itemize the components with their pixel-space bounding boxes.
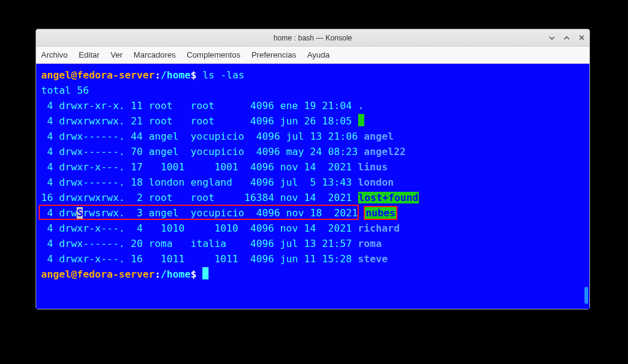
entry-name: london xyxy=(358,176,394,188)
listing-row: 4 drwx------. 20 roma italia 4096 jul 13… xyxy=(41,236,584,251)
menu-complementos[interactable]: Complementos xyxy=(186,50,240,59)
prompt-symbol: $ xyxy=(191,268,197,280)
listing-row: 4 drwxr-x---. 4 1010 1010 4096 nov 14 20… xyxy=(41,221,584,236)
listing-row: 4 drwx------. 18 london england 4096 jul… xyxy=(41,175,584,190)
prompt-line: angel@fedora-server:/home$ ls -las xyxy=(41,67,584,83)
minimize-button[interactable] xyxy=(548,34,556,42)
listing-row: 16 drwxrwxrwx. 2 root root 16384 nov 14 … xyxy=(41,190,584,205)
entry-name: richard xyxy=(358,222,400,234)
listing-row: 4 drwxr-x---. 17 1001 1001 4096 nov 14 2… xyxy=(41,159,584,175)
listing-row: 4 drwx------. 70 angel yocupicio 4096 ma… xyxy=(41,144,584,159)
menu-editar[interactable]: Editar xyxy=(78,50,99,59)
entry-name: steve xyxy=(358,253,388,265)
listing-row: 4 drwx------. 44 angel yocupicio 4096 ju… xyxy=(41,129,584,144)
total-line: total 56 xyxy=(41,83,584,98)
titlebar[interactable]: home : bash — Konsole xyxy=(36,29,589,47)
entry-name: roma xyxy=(358,238,382,249)
menu-preferencias[interactable]: Preferencias xyxy=(251,50,296,59)
entry-name: lost+found xyxy=(358,192,419,203)
scrollbar-thumb[interactable] xyxy=(584,287,588,304)
entry-name: angel22 xyxy=(364,146,405,157)
prompt-user: angel@fedora-server xyxy=(41,268,155,280)
menu-archivo[interactable]: Archivo xyxy=(41,50,67,59)
listing-row: 4 drwSrwsrwx. 3 angel yocupicio 4096 nov… xyxy=(41,205,584,221)
prompt-path: /home xyxy=(161,69,191,81)
prompt-symbol: $ xyxy=(191,69,197,81)
terminal-view[interactable]: angel@fedora-server:/home$ ls -lastotal … xyxy=(36,64,589,309)
entry-name: . xyxy=(358,100,364,112)
menu-ver[interactable]: Ver xyxy=(110,50,123,59)
entry-name-highlighted: nubes xyxy=(364,206,397,220)
menubar: Archivo Editar Ver Marcadores Complement… xyxy=(36,47,589,64)
prompt-line: angel@fedora-server:/home$ xyxy=(41,267,584,282)
prompt-path: /home xyxy=(161,268,191,280)
maximize-button[interactable] xyxy=(562,34,571,42)
entry-name-parent xyxy=(358,114,364,126)
command-text: ls -las xyxy=(202,69,244,81)
window-title: home : bash — Konsole xyxy=(274,34,352,42)
menu-marcadores[interactable]: Marcadores xyxy=(134,50,176,59)
konsole-window: home : bash — Konsole Archivo Editar Ver… xyxy=(36,29,590,309)
entry-name: linus xyxy=(358,161,388,173)
listing-row: 4 drwxr-x---. 16 1011 1011 4096 jun 11 1… xyxy=(41,251,584,267)
listing-row: 4 drwxr-xr-x. 11 root root 4096 ene 19 2… xyxy=(41,98,584,113)
window-controls xyxy=(548,29,586,46)
cursor xyxy=(202,267,209,279)
listing-row: 4 drwxrwxrwx. 21 root root 4096 jun 26 1… xyxy=(41,113,584,129)
entry-name: angel xyxy=(364,131,394,142)
close-button[interactable] xyxy=(577,34,586,42)
prompt-user: angel@fedora-server xyxy=(41,69,155,81)
menu-ayuda[interactable]: Ayuda xyxy=(307,50,330,59)
